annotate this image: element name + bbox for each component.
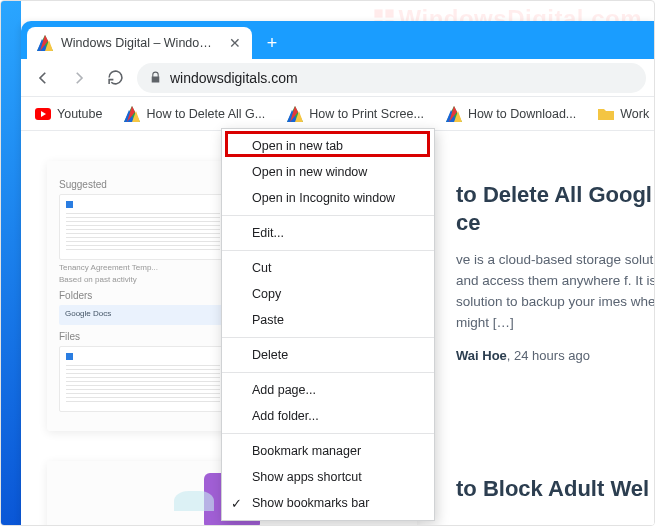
article-preview-1: to Delete All Googlce ve is a cloud-base… [456, 181, 654, 363]
bookmark-context-menu: Open in new tab Open in new window Open … [221, 128, 435, 521]
bookmark-label: How to Print Scree... [309, 107, 424, 121]
ctx-separator [222, 215, 434, 216]
ctx-copy[interactable]: Copy [222, 281, 434, 307]
thumb [59, 346, 227, 412]
article-title: to Block Adult Wel [456, 476, 654, 502]
bookmark-label: How to Download... [468, 107, 576, 121]
ctx-separator [222, 433, 434, 434]
tab-title: Windows Digital – Windows 11 / [61, 36, 220, 50]
bookmark-print-screen[interactable]: How to Print Scree... [281, 102, 430, 126]
wd-icon [446, 106, 462, 122]
bookmark-label: Work [620, 107, 649, 121]
ctx-bookmark-manager[interactable]: Bookmark manager [222, 438, 434, 464]
tab-active[interactable]: Windows Digital – Windows 11 / ✕ [27, 27, 252, 59]
back-button[interactable] [29, 64, 57, 92]
wd-icon [124, 106, 140, 122]
thumb [59, 194, 227, 260]
tab-strip: Windows Digital – Windows 11 / ✕ + [21, 21, 654, 59]
toolbar: windowsdigitals.com [21, 59, 654, 97]
ctx-separator [222, 337, 434, 338]
check-icon: ✓ [231, 496, 242, 511]
ctx-delete[interactable]: Delete [222, 342, 434, 368]
bookmark-label: Youtube [57, 107, 102, 121]
ctx-open-new-tab[interactable]: Open in new tab [222, 133, 434, 159]
article-title: to Delete All Googlce [456, 181, 654, 236]
bookmark-delete-all[interactable]: How to Delete All G... [118, 102, 271, 126]
bookmark-label: How to Delete All G... [146, 107, 265, 121]
article-meta: Wai Hoe, 24 hours ago [456, 348, 654, 363]
url-text: windowsdigitals.com [170, 70, 298, 86]
article-preview-2: to Block Adult Wel [456, 476, 654, 502]
lock-icon [149, 71, 162, 84]
bookmark-work-folder[interactable]: Work [592, 102, 654, 126]
ctx-open-new-window[interactable]: Open in new window [222, 159, 434, 185]
svg-rect-0 [374, 9, 382, 17]
desktop-background [1, 1, 21, 525]
caption: Tenancy Agreement Temp... [59, 263, 227, 272]
bookmark-youtube[interactable]: Youtube [29, 102, 108, 126]
ctx-edit[interactable]: Edit... [222, 220, 434, 246]
svg-rect-1 [385, 9, 393, 17]
ctx-paste[interactable]: Paste [222, 307, 434, 333]
ctx-add-folder[interactable]: Add folder... [222, 403, 434, 429]
forward-button[interactable] [65, 64, 93, 92]
folder-chip: Google Docs [59, 305, 227, 325]
ctx-open-incognito[interactable]: Open in Incognito window [222, 185, 434, 211]
wd-icon [287, 106, 303, 122]
article-excerpt: ve is a cloud-based storage solution onl… [456, 250, 654, 334]
address-bar[interactable]: windowsdigitals.com [137, 63, 646, 93]
folder-icon [598, 106, 614, 122]
ctx-show-bookmarks-bar[interactable]: ✓Show bookmarks bar [222, 490, 434, 516]
subcaption: Based on past activity [59, 275, 227, 284]
youtube-icon [35, 106, 51, 122]
bookmarks-bar[interactable]: Youtube How to Delete All G... How to Pr… [21, 97, 654, 131]
ctx-separator [222, 372, 434, 373]
site-favicon [37, 35, 53, 51]
bookmark-download[interactable]: How to Download... [440, 102, 582, 126]
ctx-add-page[interactable]: Add page... [222, 377, 434, 403]
close-tab-icon[interactable]: ✕ [228, 36, 242, 50]
new-tab-button[interactable]: + [258, 29, 286, 57]
ctx-show-apps[interactable]: Show apps shortcut [222, 464, 434, 490]
reload-button[interactable] [101, 64, 129, 92]
ctx-separator [222, 250, 434, 251]
ctx-cut[interactable]: Cut [222, 255, 434, 281]
